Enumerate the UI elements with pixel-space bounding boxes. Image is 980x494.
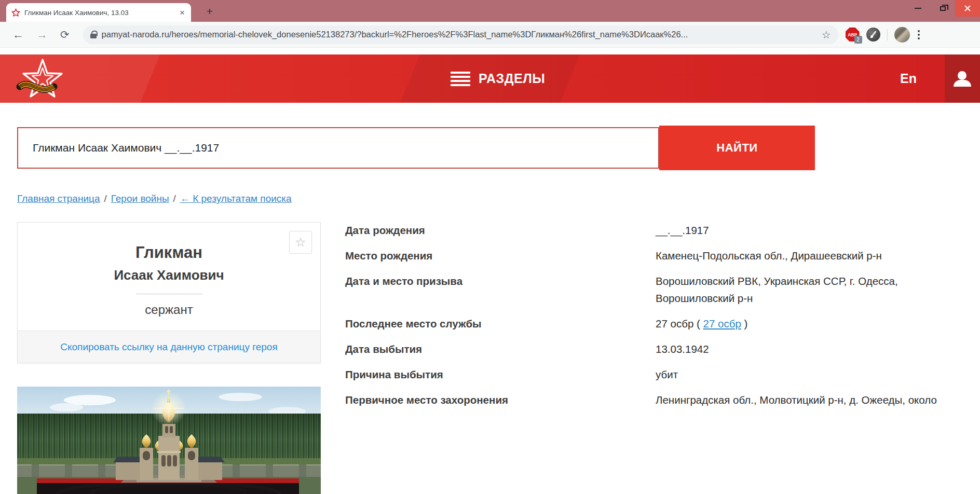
extensions-area: ABP 2 [846,27,924,43]
bookmark-star-icon[interactable]: ☆ [822,29,831,41]
content-area: ☆ Гликман Исаак Хаимович сержант Скопиро… [17,222,963,494]
cathedral-illustration [17,387,321,494]
search-input[interactable] [17,127,659,169]
detail-value: Ворошиловский РВК, Украинская ССР, г. Од… [656,272,967,307]
search-row: НАЙТИ [17,126,963,170]
browser-window: Гликман Исаак Хаимович, 13.03 × + ← → ⟳ … [0,0,980,494]
image-caption-backdrop [37,483,299,494]
site-favicon-star-icon [11,8,20,17]
maximize-icon [940,6,946,11]
new-tab-button[interactable]: + [202,4,217,19]
detail-value: __.__.1917 [656,222,967,239]
address-bar[interactable]: pamyat-naroda.ru/heroes/memorial-chelove… [83,25,838,44]
memorial-cathedral-image [17,387,321,494]
detail-value: Каменец-Подольская обл., Дирашеевский р-… [656,247,967,264]
browser-toolbar: ← → ⟳ pamyat-naroda.ru/heroes/memorial-c… [0,22,980,48]
favorite-star-button[interactable]: ☆ [289,231,312,254]
unit-link[interactable]: 27 осбр [703,318,741,330]
left-column: ☆ Гликман Исаак Хаимович сержант Скопиро… [17,222,321,494]
detail-label: Дата выбытия [345,342,656,358]
adblock-extension-button[interactable]: ABP 2 [846,28,860,42]
search-button[interactable]: НАЙТИ [659,126,815,170]
card-footer: Скопировать ссылку на данную страницу ге… [18,331,320,363]
detail-label: Дата рождения [345,223,656,239]
window-maximize-button[interactable] [930,0,955,17]
detail-row: Место рожденияКаменец-Подольская обл., Д… [345,249,979,264]
tab-bar: Гликман Исаак Хаимович, 13.03 × + [0,0,980,22]
detail-label: Последнее место службы [345,317,656,332]
person-icon [954,71,971,87]
detail-row: Первичное место захороненияЛенинградская… [345,393,979,408]
toolbar-separator [887,29,888,40]
browser-tab[interactable]: Гликман Исаак Хаимович, 13.03 × [6,3,191,22]
detail-value: убит [656,366,967,383]
forward-button[interactable]: → [34,27,50,43]
detail-row: Причина выбытияубит [345,367,979,383]
card-divider [136,294,202,294]
browser-menu-button[interactable] [917,30,924,39]
hero-rank: сержант [18,303,320,317]
copy-hero-link[interactable]: Скопировать ссылку на данную страницу ге… [60,341,277,353]
hero-last-name: Гликман [18,243,320,262]
breadcrumb-link[interactable]: ← К результатам поиска [180,193,292,204]
breadcrumb-link[interactable]: Герои войны [111,193,169,204]
detail-value: 27 осбр ( 27 осбр ) [656,315,967,332]
detail-label: Место рождения [345,249,656,264]
detail-label: Первичное место захоронения [345,393,656,408]
abp-badge: 2 [854,36,862,44]
site-logo-star-ribbon-icon[interactable] [16,57,70,102]
language-switch-en[interactable]: En [900,54,917,103]
sections-menu-button[interactable]: РАЗДЕЛЫ [451,54,545,103]
window-minimize-button[interactable] [905,0,930,17]
detail-value: 13.03.1942 [656,340,967,358]
detail-value: Ленинградская обл., Молвотицкий р-н, д. … [656,391,967,408]
minimize-icon [915,8,921,9]
close-icon [964,5,971,12]
breadcrumb-separator: / [173,193,176,204]
site-header: РАЗДЕЛЫ En [0,54,980,103]
details-list: Дата рождения__.__.1917Место рожденияКам… [345,223,979,418]
detail-row: Дата рождения__.__.1917 [345,223,979,239]
detail-label: Причина выбытия [345,367,656,383]
hero-first-patronymic: Исаак Хаимович [18,267,320,283]
detail-row: Дата и место призываВорошиловский РВК, У… [345,274,979,307]
tab-title: Гликман Исаак Хаимович, 13.03 [24,9,174,17]
detail-row: Последнее место службы27 осбр ( 27 осбр … [345,317,979,332]
hero-card: ☆ Гликман Исаак Хаимович сержант Скопиро… [17,222,321,363]
back-button[interactable]: ← [10,27,26,43]
profile-avatar[interactable] [894,27,910,43]
detail-row: Дата выбытия13.03.1942 [345,342,979,358]
breadcrumb: Главная страница/Герои войны/← К результ… [17,193,963,204]
extension-icon[interactable] [866,28,880,42]
lock-icon [90,34,97,38]
page-body: НАЙТИ Главная страница/Герои войны/← К р… [0,126,980,494]
sections-menu-label: РАЗДЕЛЫ [479,71,545,86]
tab-close-icon[interactable]: × [179,8,186,17]
detail-label: Дата и место призыва [345,274,656,307]
hamburger-icon [451,72,470,86]
url-text[interactable]: pamyat-naroda.ru/heroes/memorial-chelove… [102,30,816,39]
breadcrumb-separator: / [104,193,107,204]
breadcrumb-link[interactable]: Главная страница [17,193,100,204]
reload-button[interactable]: ⟳ [58,27,72,42]
window-close-button[interactable] [955,0,980,17]
user-account-button[interactable] [945,54,980,103]
